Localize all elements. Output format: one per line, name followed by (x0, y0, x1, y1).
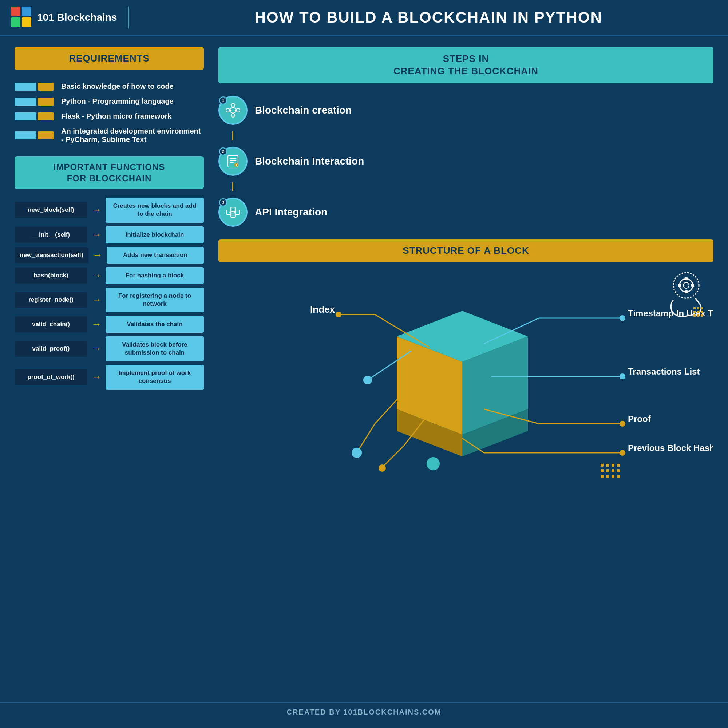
svg-rect-69 (606, 469, 609, 472)
req-text-2: Python - Programming language (61, 97, 174, 106)
svg-point-63 (427, 457, 440, 470)
svg-rect-67 (617, 464, 620, 466)
req-item-3: Flask - Python micro framework (15, 112, 204, 121)
func-desc-1: Initialize blockchain (106, 226, 204, 243)
svg-rect-35 (693, 307, 696, 309)
step-item-3: 3 API Integration (219, 198, 713, 227)
svg-rect-3 (22, 17, 31, 27)
left-column: REQUIREMENTS Basic knowledge of how to c… (15, 47, 204, 691)
func-row-2: new_transaction(self) → Adds new transac… (15, 247, 204, 263)
step-item-2: 2 Blockchain Interaction (219, 147, 713, 176)
svg-point-60 (619, 373, 626, 379)
func-desc-5: Validates the chain (106, 316, 204, 333)
step-number-2: 2 (219, 147, 227, 155)
svg-point-62 (619, 450, 626, 456)
req-text-3: Flask - Python micro framework (61, 112, 171, 121)
svg-rect-36 (697, 307, 699, 309)
svg-line-80 (382, 445, 404, 467)
func-row-0: new_block(self) → Creates new blocks and… (15, 198, 204, 222)
func-desc-4: For registering a node to network (106, 288, 204, 312)
svg-point-83 (363, 376, 372, 384)
func-name-3: hash(block) (15, 268, 87, 284)
logo-text: 101 Blockchains (37, 12, 117, 23)
svg-rect-22 (235, 210, 240, 214)
svg-point-7 (226, 109, 230, 112)
func-arrow-6: → (91, 343, 102, 355)
block-structure-header: STRUCTURE OF A BLOCK (219, 239, 713, 262)
logo-icon (11, 6, 33, 28)
block-structure-svg: Index Timestamp In Unix Time Transaction… (219, 271, 713, 482)
bar-gold-2 (38, 98, 54, 106)
bar-gold-3 (38, 112, 54, 121)
req-bar-1 (15, 83, 55, 91)
functions-header: IMPORTANT FUNCTIONS FOR BLOCKCHAIN (15, 156, 204, 189)
svg-rect-74 (612, 475, 615, 477)
func-name-7: proof_of_work() (15, 369, 87, 385)
svg-rect-38 (693, 311, 696, 313)
svg-rect-65 (606, 464, 609, 466)
req-bar-3 (15, 112, 55, 121)
func-arrow-4: → (91, 294, 102, 306)
step-icon-3 (225, 204, 241, 220)
block-field-index: Index (310, 304, 335, 315)
func-row-5: valid_chain() → Validates the chain (15, 316, 204, 333)
block-structure-visual: Index Timestamp In Unix Time Transaction… (219, 271, 713, 691)
svg-rect-66 (612, 464, 615, 466)
step-connector-1 (232, 132, 233, 140)
func-name-0: new_block(self) (15, 202, 87, 218)
gear-icon (655, 271, 706, 322)
svg-rect-71 (617, 469, 620, 472)
header-divider (128, 6, 129, 28)
func-arrow-5: → (91, 318, 102, 330)
req-item-1: Basic knowledge of how to code (15, 82, 204, 91)
func-row-7: proof_of_work() → Implement proof of wor… (15, 365, 204, 390)
req-bar-2 (15, 98, 55, 106)
footer: CREATED BY 101BLOCKCHAINS.COM (0, 702, 728, 722)
header: 101 Blockchains HOW TO BUILD A BLOCKCHAI… (0, 0, 728, 36)
svg-rect-43 (701, 315, 703, 317)
logo-area: 101 Blockchains (11, 6, 117, 28)
func-name-6: valid_proof() (15, 341, 87, 357)
step-label-1: Blockchain creation (255, 104, 352, 116)
step-number-3: 3 (219, 198, 227, 206)
svg-point-81 (379, 465, 386, 472)
bar-gold-4 (38, 132, 54, 139)
svg-rect-21 (231, 207, 235, 211)
func-arrow-7: → (91, 371, 102, 383)
block-field-prev-hash: Previous Block Hash (628, 443, 713, 453)
svg-point-8 (236, 109, 240, 112)
svg-point-59 (619, 315, 626, 321)
svg-rect-73 (606, 475, 609, 477)
req-text-1: Basic knowledge of how to code (61, 82, 174, 91)
svg-point-58 (336, 312, 341, 317)
svg-point-78 (352, 448, 362, 458)
func-row-4: register_node() → For registering a node… (15, 288, 204, 312)
func-desc-7: Implement proof of work consensus (106, 365, 204, 390)
footer-text: CREATED BY 101BLOCKCHAINS.COM (286, 708, 441, 716)
svg-line-77 (357, 424, 375, 453)
svg-rect-2 (11, 17, 20, 27)
req-bar-4 (15, 132, 55, 139)
svg-rect-75 (617, 475, 620, 477)
svg-rect-37 (701, 307, 703, 309)
block-field-proof: Proof (628, 414, 651, 424)
bar-gold (38, 83, 54, 91)
svg-rect-64 (601, 464, 604, 466)
func-desc-0: Creates new blocks and add to the chain (106, 198, 204, 222)
func-row-1: __init__(self) → Initialize blockchain (15, 226, 204, 243)
page-title: HOW TO BUILD A BLOCKCHAIN IN PYTHON (140, 9, 717, 26)
svg-point-30 (683, 283, 689, 288)
bar-blue-4 (15, 132, 37, 139)
step-icon-2 (225, 153, 241, 169)
svg-rect-0 (11, 6, 20, 16)
svg-rect-34 (691, 284, 694, 287)
step-icon-1 (225, 102, 241, 118)
svg-rect-32 (685, 291, 688, 294)
func-arrow-1: → (91, 229, 102, 241)
step-circle-1: 1 (219, 96, 248, 125)
gear-icon-area (655, 271, 706, 323)
step-number-1: 1 (219, 96, 227, 104)
svg-point-61 (619, 421, 626, 427)
func-desc-2: Adds new transaction (107, 247, 204, 263)
svg-rect-33 (678, 284, 681, 287)
